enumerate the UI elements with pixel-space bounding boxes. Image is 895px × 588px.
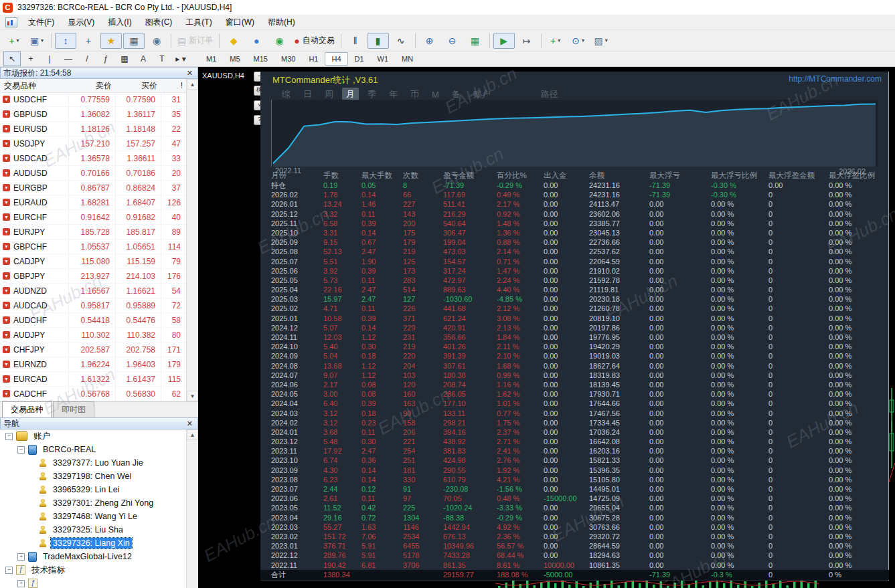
bar-chart-button[interactable]: ‖ — [345, 33, 366, 49]
menu-2[interactable]: 插入(I) — [101, 15, 138, 30]
stat-row[interactable]: 2023.094.300.14181290.551.92 %0.0015396.… — [260, 466, 889, 475]
mtc-tab-综[interactable]: 综 — [278, 88, 295, 101]
tree-item[interactable]: 33297377: Luo Yuan Jie — [0, 456, 187, 470]
stat-row[interactable]: 2024.062.170.08120208.741.16 %0.0018139.… — [260, 380, 889, 389]
stat-row[interactable]: 2025.0852.132.47219473.032.14 %0.0022537… — [260, 247, 889, 256]
tree-item[interactable]: 33297301: Zheng Zhi Yong — [0, 496, 187, 510]
crosshair-tool[interactable]: + — [22, 52, 39, 66]
stat-row[interactable]: 2025.0315.972.47127-1030.60-4.85 %0.0020… — [260, 294, 889, 304]
market-row[interactable]: ▼AUDNZD1.165671.1662154 — [0, 284, 187, 298]
stat-row[interactable]: 2023.02151.727.062534676.132.36 %0.00293… — [260, 532, 889, 541]
candlestick-button[interactable]: ▮ — [368, 33, 389, 49]
market-row[interactable]: ▼EURCAD1.613221.61437115 — [0, 372, 187, 387]
timeframe-h4[interactable]: H4 — [325, 52, 347, 66]
menu-1[interactable]: 显示(V) — [61, 15, 101, 30]
stat-row[interactable]: 2023.125.480.30221438.922.71 %0.0016642.… — [260, 437, 889, 446]
close-icon[interactable]: ✕ — [185, 69, 195, 78]
mtc-tab-路径[interactable]: 路径 — [537, 88, 562, 101]
market-row[interactable]: ▼AUDCHF0.544180.5447658 — [0, 313, 187, 328]
stat-row[interactable]: 2023.106.740.36251424.982.76 %0.0015821.… — [260, 456, 889, 465]
menu-5[interactable]: 窗口(W) — [219, 15, 261, 30]
timeframe-m30[interactable]: M30 — [274, 52, 302, 66]
tree-item[interactable]: 33965329: Lin Lei — [0, 483, 187, 496]
trendline-tool[interactable]: / — [78, 52, 96, 66]
scroll-up-icon[interactable]: ▲ — [187, 79, 198, 90]
market-row[interactable]: ▼EURAUD1.682811.68407126 — [0, 195, 187, 210]
chevron-down-icon[interactable]: ▾ — [41, 37, 44, 43]
expand-icon[interactable]: + — [17, 553, 25, 561]
templates-button[interactable]: ▨▾ — [590, 33, 612, 49]
collapse-icon[interactable]: − — [5, 567, 13, 574]
menu-3[interactable]: 图表(C) — [139, 15, 179, 30]
stat-row[interactable]: 2023.086.230.14330610.794.21 %0.0015105.… — [260, 475, 889, 484]
close-icon[interactable]: ✕ — [185, 419, 195, 428]
timeframe-d1[interactable]: D1 — [348, 52, 371, 66]
stat-row[interactable]: 2024.023.120.23158298.211.75 %0.0017334.… — [260, 418, 889, 427]
stat-row[interactable]: 2023.01376.715.91645510349.9656.57 %0.00… — [260, 541, 889, 551]
new-chart-button[interactable]: +▾ — [3, 33, 25, 49]
expand-icon[interactable]: + — [17, 580, 25, 587]
terminal-button[interactable]: ▦ — [123, 33, 145, 49]
market-row[interactable]: ▼CADJPY115.080115.15979 — [0, 254, 187, 269]
tab-交易品种[interactable]: 交易品种 — [2, 401, 52, 417]
tree-item[interactable]: +ƒ — [0, 577, 187, 588]
tab-即时图[interactable]: 即时图 — [53, 401, 94, 417]
column-header[interactable]: 交易品种 — [0, 80, 69, 92]
mtc-tab-年[interactable]: 年 — [385, 88, 402, 101]
vertical-line-tool[interactable]: | — [41, 52, 58, 66]
stat-row[interactable]: 2024.033.120.1890133.110.77 %0.0017467.5… — [260, 409, 889, 418]
stat-row[interactable]: 2022.11190.426.813706861.358.61 %10000.0… — [260, 561, 889, 570]
stat-row[interactable]: 2024.046.400.39163177.101.01 %0.0017644.… — [260, 399, 889, 408]
line-chart-button[interactable]: ∿ — [390, 33, 412, 49]
column-header[interactable]: 买价 — [116, 80, 161, 92]
timeframe-w1[interactable]: W1 — [371, 52, 396, 66]
market-row[interactable]: ▼GBPUSD1.360821.3611735 — [0, 107, 187, 122]
tree-item[interactable]: 33297325: Liu Sha — [0, 523, 187, 536]
stat-row[interactable]: 2024.125.070.14229420.912.13 %0.0020197.… — [260, 323, 889, 332]
column-header[interactable]: ! — [161, 81, 187, 90]
periods-button[interactable]: ⊙▾ — [568, 33, 589, 49]
stat-row[interactable]: 2025.063.920.39173317.241.47 %0.0021910.… — [260, 266, 889, 276]
profiles-button[interactable]: ▣▾ — [26, 33, 48, 49]
market-row[interactable]: ▼USDCHF0.775590.7759031 — [0, 92, 187, 107]
stat-row[interactable]: 2026.0113.241.46227511.412.17 %0.0024113… — [260, 199, 889, 209]
stat-row[interactable]: 2025.116.580.39200540.641.48 %0.0023385.… — [260, 219, 889, 228]
stat-row[interactable]: 2025.024.710.11226441.682.12 %0.0021260.… — [260, 304, 889, 313]
market-row[interactable]: ▼AUDJPY110.302110.38280 — [0, 328, 187, 342]
market-row[interactable]: ▼EURGBP0.867870.8682437 — [0, 181, 187, 195]
market-row[interactable]: ▼USDCAD1.365781.3661133 — [0, 151, 187, 166]
market-row[interactable]: ▼CHFJPY202.587202.758171 — [0, 342, 187, 357]
chevron-down-icon[interactable]: ▾ — [605, 37, 608, 43]
timeframe-m1[interactable]: M1 — [199, 52, 223, 66]
menu-6[interactable]: 帮助(H) — [261, 15, 302, 30]
market-row[interactable]: ▼AUDCAD0.958170.9588972 — [0, 298, 187, 313]
stat-row[interactable]: 2025.075.511.90125154.570.71 %0.0022064.… — [260, 257, 889, 266]
stat-row[interactable]: 2024.0813.681.12204307.611.68 %0.0018627… — [260, 361, 889, 371]
timeframe-mn[interactable]: MN — [395, 52, 420, 66]
stat-row[interactable]: 持仓0.190.058-71.39-0.29 %0.0024231.16-71.… — [260, 181, 889, 190]
signals-button[interactable]: ◉ — [268, 33, 290, 49]
stat-row[interactable]: 2023.1117.922.47254381.832.41 %0.0016203… — [260, 446, 889, 456]
stat-row[interactable]: 2022.12289.765.9151787433.2868.44 %0.001… — [260, 551, 889, 560]
stat-row[interactable]: 2023.0355.271.6311461442.944.92 %0.00307… — [260, 522, 889, 532]
zoom-out-button[interactable]: ⊖ — [442, 33, 463, 49]
data-window-button[interactable]: + — [78, 33, 99, 49]
mtc-tab-季[interactable]: 季 — [363, 88, 380, 101]
market-row[interactable]: ▼EURCHF0.916420.9168240 — [0, 210, 187, 225]
market-watch-scrollbar[interactable]: ▲ ▼ — [186, 79, 198, 401]
collapse-icon[interactable]: − — [17, 446, 25, 454]
stat-row[interactable]: 2026.021.780.1466117.690.49 %0.0024231.1… — [260, 190, 889, 199]
grid-tool-tool[interactable]: ▦ — [116, 52, 133, 66]
timeframe-h1[interactable]: H1 — [302, 52, 325, 66]
stat-row[interactable]: 2025.103.310.14175306.471.36 %0.0023045.… — [260, 228, 889, 237]
menu-0[interactable]: 文件(F) — [21, 15, 61, 30]
chart-window[interactable]: XAUUSD,H4 – 移 √ ? MTCommander统计 ,V3.61 h… — [198, 67, 895, 588]
stat-row[interactable]: 2023.062.610.119770.050.48 %-15000.00147… — [260, 494, 889, 503]
market-row[interactable]: ▼EURJPY185.728185.81789 — [0, 225, 187, 239]
menu-4[interactable]: 工具(T) — [179, 15, 218, 30]
market-row[interactable]: ▼GBPJPY213.927214.103176 — [0, 269, 187, 284]
market-row[interactable]: ▼GBPCHF1.055371.05651114 — [0, 239, 187, 254]
stat-row[interactable]: 2025.0110.580.39371621.243.08 %0.0020819… — [260, 314, 889, 323]
tree-item[interactable]: −账户 — [0, 429, 187, 443]
auto-scroll-button[interactable]: ▶ — [493, 33, 515, 49]
